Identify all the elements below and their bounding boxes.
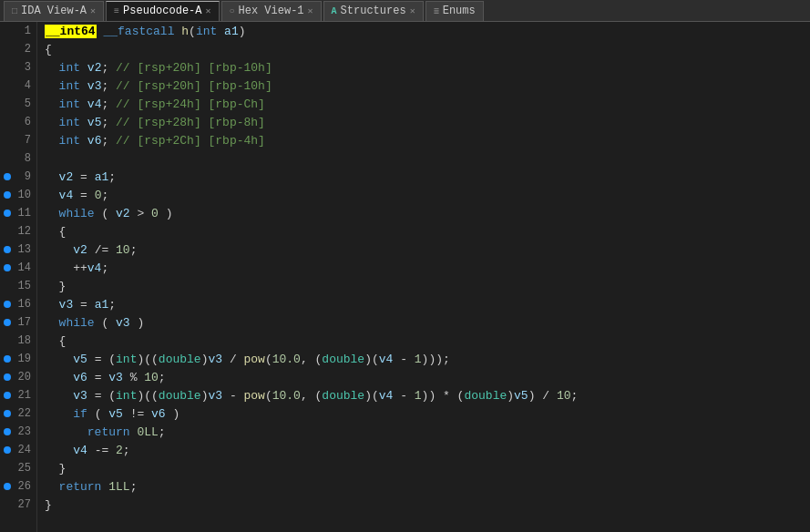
- tab-icon-hex: ○: [230, 6, 235, 16]
- line-number-row: 23: [4, 423, 31, 441]
- tab-label-ida: IDA View-A: [21, 5, 87, 17]
- code-line-10: v4 = 0;: [45, 186, 803, 204]
- line-number-row: 20: [4, 368, 31, 386]
- dot-26: [4, 483, 11, 490]
- line-num-1: 1: [15, 25, 31, 37]
- tab-label-pseudo: Pseudocode-A: [123, 5, 201, 17]
- tab-icon-struct: A: [332, 6, 337, 16]
- line-number-row: 22: [4, 404, 31, 423]
- line-number-row: 8: [4, 149, 31, 168]
- line-num-19: 19: [15, 353, 31, 365]
- dot-9: [4, 173, 11, 180]
- dot-4: [4, 82, 11, 89]
- line-number-row: 10: [4, 186, 31, 204]
- dot-12: [4, 228, 11, 235]
- dot-22: [4, 410, 11, 417]
- dot-11: [4, 210, 11, 217]
- tab-hex-view-1[interactable]: ○ Hex View-1 ✕: [221, 1, 322, 21]
- line-number-row: 15: [4, 277, 31, 295]
- tab-enums[interactable]: ≣ Enums: [426, 1, 484, 21]
- tab-label-struct: Structures: [341, 5, 406, 17]
- code-line-27: }: [45, 496, 803, 514]
- line-num-7: 7: [15, 134, 31, 147]
- dot-19: [4, 355, 11, 363]
- tab-bar: □ IDA View-A ✕ ≡ Pseudocode-A ✕ ○ Hex Vi…: [0, 0, 810, 22]
- line-num-15: 15: [15, 280, 31, 292]
- code-line-8: [45, 149, 803, 168]
- dot-25: [4, 465, 11, 472]
- line-number-row: 3: [4, 58, 31, 77]
- code-line-14: ++v4;: [45, 259, 803, 277]
- line-num-11: 11: [15, 207, 31, 220]
- code-line-2: {: [45, 40, 803, 58]
- code-line-1: __int64 __fastcall h(int a1): [45, 22, 803, 40]
- code-line-22: if ( v5 != v6 ): [45, 404, 803, 423]
- code-line-24: v4 -= 2;: [45, 441, 803, 459]
- line-number-row: 13: [4, 240, 31, 259]
- line-numbers: 1 2 3 4 5 6 7: [0, 22, 37, 532]
- line-num-24: 24: [15, 444, 31, 456]
- line-number-row: 7: [4, 131, 31, 149]
- tab-structures[interactable]: A Structures ✕: [323, 1, 424, 21]
- line-num-3: 3: [15, 61, 31, 74]
- line-num-2: 2: [15, 43, 31, 56]
- line-num-4: 4: [15, 79, 31, 92]
- dot-27: [4, 501, 11, 508]
- tab-ida-view-a[interactable]: □ IDA View-A ✕: [4, 1, 104, 21]
- line-number-row: 19: [4, 350, 31, 368]
- line-num-14: 14: [15, 261, 31, 274]
- dot-7: [4, 137, 11, 144]
- line-number-row: 27: [4, 496, 31, 514]
- line-number-row: 26: [4, 477, 31, 496]
- code-line-21: v3 = (int)((double)v3 - pow(10.0, (doubl…: [45, 386, 803, 404]
- code-line-6: int v5; // [rsp+28h] [rbp-8h]: [45, 113, 803, 131]
- code-area[interactable]: __int64 __fastcall h(int a1) { int v2; /…: [37, 22, 810, 532]
- line-num-13: 13: [15, 243, 31, 256]
- tab-label-enums: Enums: [443, 5, 476, 17]
- code-line-9: v2 = a1;: [45, 168, 803, 186]
- tab-label-hex: Hex View-1: [239, 5, 304, 17]
- code-line-19: v5 = (int)((double)v3 / pow(10.0, (doubl…: [45, 350, 803, 368]
- line-number-row: 9: [4, 168, 31, 186]
- tab-close-ida[interactable]: ✕: [90, 5, 96, 16]
- code-line-23: return 0LL;: [45, 423, 803, 441]
- tab-close-pseudo[interactable]: ✕: [206, 5, 211, 16]
- line-number-row: 4: [4, 77, 31, 95]
- line-number-row: 11: [4, 204, 31, 222]
- code-line-18: {: [45, 332, 803, 350]
- tab-close-hex[interactable]: ✕: [308, 5, 313, 16]
- line-num-27: 27: [15, 498, 31, 511]
- dot-2: [4, 46, 11, 53]
- keyword-int64: __int64: [45, 25, 97, 38]
- dot-23: [4, 428, 11, 435]
- dot-20: [4, 373, 11, 381]
- tab-close-struct[interactable]: ✕: [410, 5, 415, 16]
- dot-8: [4, 155, 11, 162]
- line-num-17: 17: [15, 316, 31, 329]
- line-number-row: 25: [4, 459, 31, 477]
- line-num-21: 21: [15, 389, 31, 402]
- code-line-5: int v4; // [rsp+24h] [rbp-Ch]: [45, 95, 803, 113]
- code-line-4: int v3; // [rsp+20h] [rbp-10h]: [45, 77, 803, 95]
- dot-21: [4, 392, 11, 399]
- line-num-10: 10: [15, 189, 31, 201]
- line-number-row: 6: [4, 113, 31, 131]
- line-number-row: 12: [4, 222, 31, 240]
- line-num-20: 20: [15, 371, 31, 384]
- line-number-row: 14: [4, 259, 31, 277]
- dot-3: [4, 64, 11, 71]
- tab-pseudocode-a[interactable]: ≡ Pseudocode-A ✕: [106, 1, 219, 21]
- dot-13: [4, 246, 11, 253]
- line-num-6: 6: [15, 116, 31, 128]
- tab-icon-enums: ≣: [434, 5, 439, 16]
- line-num-26: 26: [15, 480, 31, 493]
- code-line-17: while ( v3 ): [45, 313, 803, 332]
- tab-icon-pseudo: ≡: [114, 6, 119, 16]
- line-number-row: 16: [4, 295, 31, 313]
- line-num-12: 12: [15, 225, 31, 238]
- dot-10: [4, 191, 11, 199]
- line-num-9: 9: [15, 170, 31, 183]
- line-num-8: 8: [15, 152, 31, 165]
- line-number-row: 2: [4, 40, 31, 58]
- line-num-22: 22: [15, 407, 31, 420]
